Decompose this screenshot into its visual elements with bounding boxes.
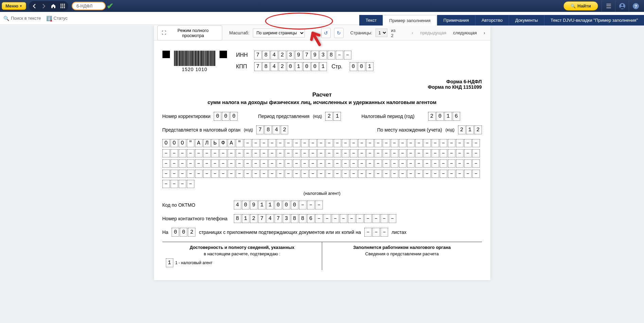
tab-djvu[interactable]: Текст DJVU-вкладки "Пример заполнения" <box>544 15 644 25</box>
svg-rect-7 <box>62 7 63 8</box>
right-icons: ☰ ? <box>602 0 642 12</box>
back-button[interactable] <box>30 2 39 11</box>
forward-button[interactable] <box>39 2 48 11</box>
svg-point-10 <box>621 4 623 6</box>
info-icon: ℹ️▲ <box>46 16 52 21</box>
help-icon[interactable]: ? <box>629 0 642 12</box>
svg-rect-2 <box>64 4 65 5</box>
apps-button[interactable] <box>58 2 67 11</box>
svg-rect-1 <box>62 4 63 5</box>
tab-text[interactable]: Текст <box>359 15 383 25</box>
tab-authorship[interactable]: Авторство <box>475 15 509 25</box>
hamburger-icon[interactable]: ☰ <box>602 0 615 12</box>
svg-rect-0 <box>60 4 62 5</box>
user-icon[interactable] <box>615 0 629 12</box>
context-text: 6-НДФЛ <box>76 3 92 8</box>
svg-rect-6 <box>60 7 62 8</box>
tab-example[interactable]: Пример заполнения <box>383 15 437 25</box>
tabs: Текст Пример заполнения Примечания Автор… <box>359 15 644 25</box>
home-button[interactable] <box>49 2 58 11</box>
find-button[interactable]: Найти <box>563 1 598 11</box>
svg-rect-8 <box>64 7 65 8</box>
search-icon: 🔍 <box>3 16 9 21</box>
svg-rect-5 <box>64 5 65 6</box>
search-in-text[interactable]: 🔍 Поиск в тексте <box>3 16 41 21</box>
check-icon: ✔ <box>107 1 114 11</box>
context-pill[interactable]: 6-НДФЛ ✔ <box>72 2 106 10</box>
nav-pill <box>29 1 68 11</box>
svg-text:?: ? <box>634 4 637 9</box>
tab-notes[interactable]: Примечания <box>437 15 475 25</box>
tab-documents[interactable]: Документы <box>509 15 544 25</box>
menu-button[interactable]: Меню <box>2 2 26 10</box>
svg-rect-3 <box>60 5 62 6</box>
top-toolbar: Меню 6-НДФЛ ✔ Найти ☰ ? <box>0 0 644 12</box>
status-link[interactable]: ℹ️▲ Статус <box>46 16 68 21</box>
svg-rect-4 <box>62 5 63 6</box>
